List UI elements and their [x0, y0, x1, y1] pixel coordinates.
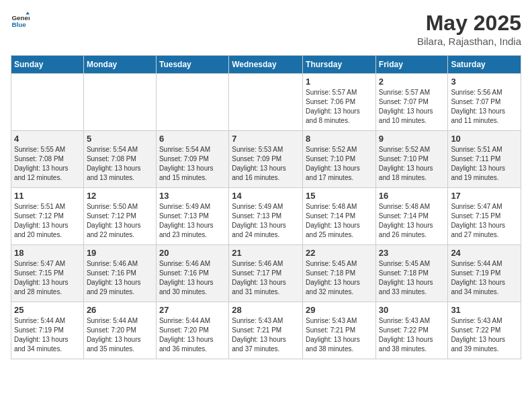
calendar-cell: 8Sunrise: 5:52 AM Sunset: 7:10 PM Daylig… — [303, 131, 376, 188]
day-info: Sunrise: 5:43 AM Sunset: 7:21 PM Dayligh… — [306, 316, 373, 354]
calendar-cell: 15Sunrise: 5:48 AM Sunset: 7:14 PM Dayli… — [303, 188, 376, 245]
calendar-cell: 17Sunrise: 5:47 AM Sunset: 7:15 PM Dayli… — [448, 188, 521, 245]
day-number: 4 — [14, 134, 81, 144]
day-number: 9 — [379, 134, 445, 144]
header-day-friday: Friday — [375, 56, 448, 74]
calendar-cell — [156, 74, 228, 131]
header-day-tuesday: Tuesday — [156, 56, 228, 74]
calendar-cell — [11, 74, 84, 131]
calendar-cell: 23Sunrise: 5:45 AM Sunset: 7:18 PM Dayli… — [375, 245, 448, 302]
day-info: Sunrise: 5:43 AM Sunset: 7:22 PM Dayligh… — [451, 316, 518, 354]
logo-icon: General Blue — [11, 11, 30, 30]
day-info: Sunrise: 5:49 AM Sunset: 7:13 PM Dayligh… — [159, 202, 226, 240]
calendar-cell: 2Sunrise: 5:57 AM Sunset: 7:07 PM Daylig… — [375, 74, 448, 131]
day-info: Sunrise: 5:48 AM Sunset: 7:14 PM Dayligh… — [306, 202, 373, 240]
day-info: Sunrise: 5:43 AM Sunset: 7:22 PM Dayligh… — [379, 316, 445, 354]
header-day-sunday: Sunday — [11, 56, 84, 74]
day-info: Sunrise: 5:46 AM Sunset: 7:16 PM Dayligh… — [87, 259, 153, 297]
day-number: 15 — [306, 191, 373, 201]
day-number: 5 — [87, 134, 153, 144]
header-day-wednesday: Wednesday — [229, 56, 303, 74]
day-info: Sunrise: 5:44 AM Sunset: 7:19 PM Dayligh… — [451, 259, 518, 297]
calendar-cell: 16Sunrise: 5:48 AM Sunset: 7:14 PM Dayli… — [375, 188, 448, 245]
svg-text:Blue: Blue — [11, 21, 26, 28]
day-number: 11 — [14, 191, 81, 201]
calendar-cell: 24Sunrise: 5:44 AM Sunset: 7:19 PM Dayli… — [448, 245, 521, 302]
calendar-cell: 13Sunrise: 5:49 AM Sunset: 7:13 PM Dayli… — [156, 188, 228, 245]
calendar-cell: 29Sunrise: 5:43 AM Sunset: 7:21 PM Dayli… — [303, 302, 376, 359]
day-number: 23 — [379, 248, 445, 258]
day-number: 14 — [232, 191, 300, 201]
day-number: 1 — [306, 77, 373, 87]
day-info: Sunrise: 5:52 AM Sunset: 7:10 PM Dayligh… — [306, 145, 373, 183]
calendar-week-4: 18Sunrise: 5:47 AM Sunset: 7:15 PM Dayli… — [11, 245, 521, 302]
day-info: Sunrise: 5:55 AM Sunset: 7:08 PM Dayligh… — [14, 145, 81, 183]
day-info: Sunrise: 5:45 AM Sunset: 7:18 PM Dayligh… — [379, 259, 445, 297]
day-number: 28 — [232, 305, 300, 315]
calendar-cell: 28Sunrise: 5:43 AM Sunset: 7:21 PM Dayli… — [229, 302, 303, 359]
day-info: Sunrise: 5:47 AM Sunset: 7:15 PM Dayligh… — [14, 259, 81, 297]
calendar-cell: 22Sunrise: 5:45 AM Sunset: 7:18 PM Dayli… — [303, 245, 376, 302]
day-number: 3 — [451, 77, 518, 87]
day-number: 8 — [306, 134, 373, 144]
calendar-week-1: 1Sunrise: 5:57 AM Sunset: 7:06 PM Daylig… — [11, 74, 521, 131]
header-day-saturday: Saturday — [448, 56, 521, 74]
day-info: Sunrise: 5:44 AM Sunset: 7:20 PM Dayligh… — [87, 316, 153, 354]
calendar-cell: 1Sunrise: 5:57 AM Sunset: 7:06 PM Daylig… — [303, 74, 376, 131]
calendar-cell: 31Sunrise: 5:43 AM Sunset: 7:22 PM Dayli… — [448, 302, 521, 359]
day-number: 19 — [87, 248, 153, 258]
day-info: Sunrise: 5:56 AM Sunset: 7:07 PM Dayligh… — [451, 88, 518, 126]
calendar-cell: 6Sunrise: 5:54 AM Sunset: 7:09 PM Daylig… — [156, 131, 228, 188]
calendar-cell: 11Sunrise: 5:51 AM Sunset: 7:12 PM Dayli… — [11, 188, 84, 245]
svg-marker-2 — [26, 11, 30, 14]
calendar-week-3: 11Sunrise: 5:51 AM Sunset: 7:12 PM Dayli… — [11, 188, 521, 245]
day-info: Sunrise: 5:51 AM Sunset: 7:12 PM Dayligh… — [14, 202, 81, 240]
logo: General Blue — [11, 11, 30, 30]
day-number: 30 — [379, 305, 445, 315]
day-info: Sunrise: 5:54 AM Sunset: 7:09 PM Dayligh… — [159, 145, 226, 183]
day-number: 29 — [306, 305, 373, 315]
header-day-thursday: Thursday — [303, 56, 376, 74]
day-number: 26 — [87, 305, 153, 315]
calendar-week-2: 4Sunrise: 5:55 AM Sunset: 7:08 PM Daylig… — [11, 131, 521, 188]
day-number: 2 — [379, 77, 445, 87]
day-number: 22 — [306, 248, 373, 258]
day-number: 13 — [159, 191, 226, 201]
day-info: Sunrise: 5:43 AM Sunset: 7:21 PM Dayligh… — [232, 316, 300, 354]
day-info: Sunrise: 5:50 AM Sunset: 7:12 PM Dayligh… — [87, 202, 153, 240]
day-info: Sunrise: 5:51 AM Sunset: 7:11 PM Dayligh… — [451, 145, 518, 183]
calendar-cell: 9Sunrise: 5:52 AM Sunset: 7:10 PM Daylig… — [375, 131, 448, 188]
month-title: May 2025 — [417, 11, 521, 36]
calendar-cell: 12Sunrise: 5:50 AM Sunset: 7:12 PM Dayli… — [83, 188, 156, 245]
day-info: Sunrise: 5:46 AM Sunset: 7:17 PM Dayligh… — [232, 259, 300, 297]
day-number: 16 — [379, 191, 445, 201]
calendar-week-5: 25Sunrise: 5:44 AM Sunset: 7:19 PM Dayli… — [11, 302, 521, 359]
calendar-table: SundayMondayTuesdayWednesdayThursdayFrid… — [11, 55, 521, 359]
day-info: Sunrise: 5:53 AM Sunset: 7:09 PM Dayligh… — [232, 145, 300, 183]
day-info: Sunrise: 5:54 AM Sunset: 7:08 PM Dayligh… — [87, 145, 153, 183]
location-subtitle: Bilara, Rajasthan, India — [417, 36, 521, 47]
day-number: 25 — [14, 305, 81, 315]
day-info: Sunrise: 5:57 AM Sunset: 7:07 PM Dayligh… — [379, 88, 445, 126]
calendar-cell: 3Sunrise: 5:56 AM Sunset: 7:07 PM Daylig… — [448, 74, 521, 131]
day-number: 6 — [159, 134, 226, 144]
calendar-cell: 5Sunrise: 5:54 AM Sunset: 7:08 PM Daylig… — [83, 131, 156, 188]
day-number: 17 — [451, 191, 518, 201]
day-number: 27 — [159, 305, 226, 315]
day-info: Sunrise: 5:45 AM Sunset: 7:18 PM Dayligh… — [306, 259, 373, 297]
day-info: Sunrise: 5:44 AM Sunset: 7:20 PM Dayligh… — [159, 316, 226, 354]
day-number: 18 — [14, 248, 81, 258]
calendar-cell: 10Sunrise: 5:51 AM Sunset: 7:11 PM Dayli… — [448, 131, 521, 188]
day-info: Sunrise: 5:48 AM Sunset: 7:14 PM Dayligh… — [379, 202, 445, 240]
calendar-cell: 30Sunrise: 5:43 AM Sunset: 7:22 PM Dayli… — [375, 302, 448, 359]
calendar-cell: 26Sunrise: 5:44 AM Sunset: 7:20 PM Dayli… — [83, 302, 156, 359]
calendar-cell: 25Sunrise: 5:44 AM Sunset: 7:19 PM Dayli… — [11, 302, 84, 359]
day-number: 24 — [451, 248, 518, 258]
calendar-cell: 21Sunrise: 5:46 AM Sunset: 7:17 PM Dayli… — [229, 245, 303, 302]
header-day-monday: Monday — [83, 56, 156, 74]
day-info: Sunrise: 5:44 AM Sunset: 7:19 PM Dayligh… — [14, 316, 81, 354]
day-info: Sunrise: 5:47 AM Sunset: 7:15 PM Dayligh… — [451, 202, 518, 240]
day-number: 7 — [232, 134, 300, 144]
calendar-cell: 19Sunrise: 5:46 AM Sunset: 7:16 PM Dayli… — [83, 245, 156, 302]
calendar-cell: 7Sunrise: 5:53 AM Sunset: 7:09 PM Daylig… — [229, 131, 303, 188]
